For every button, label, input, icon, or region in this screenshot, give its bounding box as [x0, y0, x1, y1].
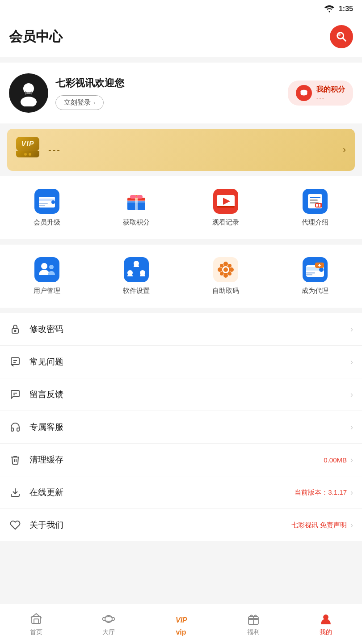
- nav-item-vip[interactable]: VIP vip: [145, 612, 217, 636]
- vip-badge: VIP: [16, 137, 42, 163]
- nav-item-home[interactable]: 首页: [0, 612, 72, 636]
- action-item-code[interactable]: 自助取码: [183, 254, 268, 299]
- action-label-user-mgmt: 用户管理: [34, 287, 60, 295]
- version-value: 当前版本：3.1.17: [295, 488, 347, 497]
- page-title: 会员中心: [9, 28, 63, 46]
- agent-icon: [303, 189, 328, 214]
- action-grid-1: 会员升级 获取积分: [0, 176, 362, 239]
- vip-banner[interactable]: VIP --- ›: [7, 129, 355, 171]
- vip-badge-label: VIP: [16, 137, 39, 151]
- gift-icon: [124, 189, 149, 214]
- status-bar: 1:35: [0, 0, 362, 18]
- nav-label-home: 首页: [30, 628, 42, 636]
- svg-point-82: [324, 615, 328, 619]
- action-item-history[interactable]: 观看记录: [183, 185, 268, 230]
- svg-rect-16: [51, 200, 55, 204]
- svg-point-51: [220, 264, 223, 267]
- nav-label-welfare: 福利: [247, 628, 260, 636]
- svg-rect-75: [34, 619, 38, 623]
- points-icon: [296, 85, 312, 101]
- action-item-become-agent[interactable]: 成为代理: [273, 254, 358, 299]
- menu-item-about[interactable]: 关于我们 七彩视讯 免责声明 ›: [0, 509, 362, 541]
- svg-rect-68: [11, 358, 19, 364]
- svg-point-12: [301, 92, 307, 95]
- svg-point-54: [228, 272, 232, 275]
- points-label: 我的积分: [316, 85, 345, 94]
- trash-icon: [9, 453, 21, 466]
- menu-label-faq: 常见问题: [29, 356, 63, 368]
- heart-icon: [9, 519, 21, 531]
- menu-arrow-icon: ›: [350, 423, 353, 432]
- svg-rect-38: [34, 257, 59, 282]
- svg-point-50: [229, 267, 234, 272]
- svg-text:VIP: VIP: [176, 616, 187, 624]
- action-item-settings[interactable]: 软件设置: [94, 254, 179, 299]
- action-item-agent[interactable]: 代理介绍: [273, 185, 358, 230]
- svg-point-49: [218, 267, 222, 272]
- svg-rect-74: [32, 616, 41, 623]
- svg-point-47: [223, 262, 228, 266]
- home-icon: [29, 612, 43, 626]
- menu-item-update[interactable]: 在线更新 当前版本：3.1.17 ›: [0, 476, 362, 509]
- download-icon: [9, 486, 21, 499]
- menu-label-feedback: 留言反馈: [29, 389, 63, 400]
- code-icon: [213, 257, 238, 282]
- action-grid-2: 用户管理 软件设置: [0, 245, 362, 308]
- svg-point-40: [49, 265, 54, 269]
- action-item-user-mgmt[interactable]: 用户管理: [4, 254, 89, 299]
- planet-icon: [101, 612, 116, 626]
- action-item-upgrade[interactable]: 会员升级: [4, 185, 89, 230]
- svg-point-56: [223, 267, 228, 272]
- points-dots: ---: [316, 94, 325, 101]
- menu-label-clear-cache: 清理缓存: [29, 454, 63, 466]
- svg-point-48: [223, 273, 228, 278]
- action-item-points[interactable]: 获取积分: [94, 185, 179, 230]
- profile-left: 七彩视讯欢迎您 立刻登录 ›: [9, 73, 124, 113]
- action-label-settings: 软件设置: [123, 287, 150, 295]
- action-label-upgrade: 会员升级: [34, 218, 60, 227]
- action-label-become-agent: 成为代理: [302, 287, 328, 295]
- menu-arrow-icon: ›: [350, 521, 353, 530]
- nav-item-mine[interactable]: 我的: [290, 612, 362, 636]
- wifi-icon: [324, 5, 334, 13]
- action-label-points: 获取积分: [123, 218, 150, 227]
- menu-item-feedback[interactable]: 留言反馈 ›: [0, 378, 362, 411]
- svg-point-67: [15, 330, 16, 332]
- my-points-button[interactable]: 我的积分 ---: [288, 80, 353, 106]
- profile-info: 七彩视讯欢迎您 立刻登录 ›: [55, 76, 124, 110]
- svg-point-2: [338, 33, 341, 36]
- menu-item-change-password[interactable]: 修改密码 ›: [0, 313, 362, 346]
- faq-icon: [9, 356, 21, 368]
- bottom-nav: 首页 大厅 VIP vip 福: [0, 604, 362, 644]
- search-button[interactable]: [330, 25, 353, 48]
- play-icon: [213, 189, 238, 214]
- svg-rect-25: [127, 200, 145, 203]
- nav-label-mine: 我的: [320, 628, 332, 636]
- menu-arrow-icon: ›: [350, 325, 353, 334]
- svg-point-77: [102, 617, 115, 621]
- svg-rect-61: [306, 272, 315, 274]
- nav-item-welfare[interactable]: 福利: [217, 612, 290, 636]
- menu-item-faq[interactable]: 常见问题 ›: [0, 346, 362, 378]
- menu-arrow-icon: ›: [350, 455, 353, 465]
- vip-arrow-icon: ›: [343, 144, 346, 156]
- svg-rect-62: [306, 274, 312, 275]
- become-agent-icon: [303, 257, 328, 282]
- login-button[interactable]: 立刻登录 ›: [55, 95, 104, 110]
- menu-item-clear-cache[interactable]: 清理缓存 0.00MB ›: [0, 444, 362, 476]
- menu-label-update: 在线更新: [29, 487, 63, 498]
- svg-rect-33: [310, 199, 318, 201]
- action-label-code: 自助取码: [212, 287, 239, 295]
- svg-line-1: [343, 38, 345, 41]
- welcome-text: 七彩视讯欢迎您: [55, 76, 124, 90]
- menu-list: 修改密码 › 常见问题 ›: [0, 313, 362, 541]
- menu-arrow-icon: ›: [350, 357, 353, 367]
- nav-item-hall[interactable]: 大厅: [72, 612, 145, 636]
- menu-label-customer-service: 专属客服: [29, 421, 63, 433]
- lock-icon: [9, 323, 21, 335]
- header: 会员中心: [0, 18, 362, 57]
- vip-dashes: ---: [48, 145, 61, 155]
- menu-item-customer-service[interactable]: 专属客服 ›: [0, 411, 362, 444]
- about-value: 七彩视讯 免责声明: [291, 521, 347, 530]
- svg-point-39: [41, 263, 47, 269]
